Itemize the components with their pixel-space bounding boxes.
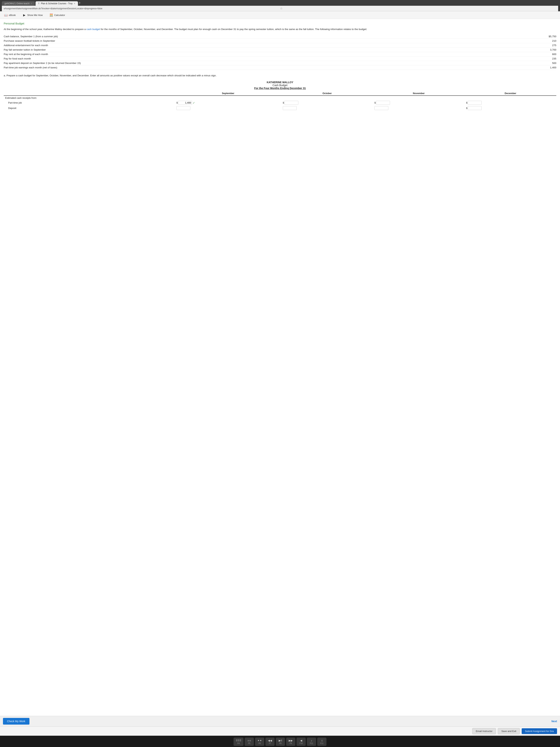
address-bar: eAssignment/takeAssignmentMain.do?invoke…	[2, 6, 558, 11]
dollar-sign-dec: $	[466, 101, 468, 104]
item-value-1: 210	[541, 40, 556, 42]
parttime-nov-cell[interactable]: $	[373, 100, 464, 105]
dollar-sign-oct: $	[283, 101, 284, 104]
f8-label: F8	[279, 742, 282, 744]
dollar-sign-dep-dec: $	[466, 107, 468, 109]
item-label-7: Part-time job earnings each month (net o…	[4, 66, 57, 69]
keyboard-bar: ⠿⠿⠿ F4 ⠶⠶ F5 ✦✦ F6 ◀◀ F7 ▶II F8 ▶▶ F9 ◀ …	[0, 736, 560, 747]
table-row: Deposit	[4, 105, 556, 111]
f9-icon: ▶▶	[289, 739, 293, 742]
f4-label: F4	[237, 742, 240, 744]
show-me-how-button[interactable]: ▶ Show Me How	[21, 12, 44, 18]
parttime-oct-input[interactable]	[285, 101, 298, 105]
key-f6: ✦✦ F6	[255, 738, 264, 746]
f11-label: F11	[310, 742, 313, 744]
parttime-nov-input[interactable]	[376, 101, 390, 105]
dollar-sign-sep: $	[177, 101, 178, 104]
tab-plan-schedule[interactable]: T Plan & Schedule Courses - Troy ✕	[35, 1, 78, 6]
f5-label: F5	[248, 742, 250, 744]
deposit-dec-cell[interactable]: $	[464, 105, 556, 111]
main-content: Personal Budget At the beginning of the …	[0, 19, 560, 716]
submit-assignment-button[interactable]: Submit Assignment for Gra	[522, 728, 557, 734]
report-title: Cash Budget	[4, 84, 556, 87]
item-value-2: 275	[541, 44, 556, 47]
budget-item-row: Purchase season football tickets in Sept…	[4, 39, 556, 43]
save-and-exit-button[interactable]: Save and Exit	[498, 728, 519, 734]
instructions-text: a. Prepare a cash budget for September, …	[4, 74, 556, 78]
ebook-label: eBook	[9, 14, 16, 17]
f8-icon: ▶II	[279, 739, 282, 742]
tab-plan-close[interactable]: ✕	[74, 2, 75, 5]
section-title: Personal Budget	[4, 22, 556, 25]
f6-icon: ✦✦	[258, 739, 262, 742]
item-value-3: 3,700	[541, 48, 556, 51]
budget-item-row: Pay fall semester tuition in September 3…	[4, 48, 556, 52]
new-tab-button[interactable]: +	[79, 1, 81, 6]
f11b-label: F11	[320, 742, 323, 744]
col-header-november: November	[373, 91, 464, 96]
key-f4: ⠿⠿⠿ F4	[234, 738, 243, 746]
col-header-september: September	[175, 91, 281, 96]
budget-item-row: Part-time job earnings each month (net o…	[4, 66, 556, 70]
f11b-icon: ♫	[321, 739, 323, 742]
tab-genow[interactable]: geNOWv2 | Online teachi ✕	[2, 1, 35, 6]
f10-label: F10	[299, 742, 302, 744]
col-header-december: December	[464, 91, 556, 96]
f7-icon: ◀◀	[268, 739, 272, 742]
calculator-label: Calculator	[54, 14, 65, 17]
col-header-october: October	[281, 91, 373, 96]
report-subtitle: For the Four Months Ending December 31	[4, 87, 556, 90]
ebook-icon: 📖	[4, 13, 8, 17]
parttime-dec-input[interactable]	[468, 101, 482, 105]
company-name: KATHERINE MALLOY	[4, 81, 556, 84]
check-my-work-button[interactable]: Check My Work	[3, 718, 29, 725]
deposit-dec-input[interactable]	[468, 106, 482, 110]
show-me-how-label: Show Me How	[27, 14, 43, 17]
address-text: eAssignment/takeAssignmentMain.do?invoke…	[4, 7, 280, 10]
bookmark-icon[interactable]: ☆	[280, 7, 556, 10]
footer-bar: Check My Work Next	[0, 716, 560, 726]
item-value-5: 235	[541, 57, 556, 60]
email-instructor-button[interactable]: Email Instructor	[472, 728, 496, 734]
item-label-3: Pay fall semester tuition in September	[4, 48, 46, 51]
deposit-oct-input[interactable]	[283, 106, 297, 110]
row-label-deposit: Deposit	[4, 105, 175, 111]
item-value-7: 1,400	[541, 66, 556, 69]
item-value-0: $5,750	[541, 35, 556, 38]
col-header-label	[4, 91, 175, 96]
deposit-nov-cell[interactable]	[373, 105, 464, 111]
next-button[interactable]: Next	[552, 720, 557, 723]
deposit-sep-cell[interactable]	[175, 105, 281, 111]
key-f5: ⠶⠶ F5	[245, 738, 254, 746]
item-value-4: 600	[541, 53, 556, 56]
tab-plan-schedule-label: Plan & Schedule Courses - Troy	[41, 2, 73, 5]
deposit-nov-input[interactable]	[374, 106, 388, 110]
item-value-6: 500	[541, 62, 556, 65]
item-label-6: Pay apartment deposit on September 2 (to…	[4, 62, 81, 65]
budget-table: September October November December Esti…	[4, 91, 556, 111]
budget-item-row: Pay apartment deposit on September 2 (to…	[4, 61, 556, 66]
calculator-button[interactable]: 🧮 Calculator	[48, 12, 67, 18]
key-f11: ♪ F11	[307, 738, 316, 746]
deposit-oct-cell[interactable]	[281, 105, 373, 111]
action-bar: Email Instructor Save and Exit Submit As…	[0, 726, 560, 736]
parttime-sep-input[interactable]	[178, 101, 192, 105]
calculator-icon: 🧮	[49, 13, 53, 17]
key-f8: ▶II F8	[276, 738, 285, 746]
budget-item-row: Additional entertainment for each month …	[4, 43, 556, 48]
f9-label: F9	[290, 742, 292, 744]
ebook-button[interactable]: 📖 eBook	[3, 12, 17, 18]
table-row: Estimated cash receipts from:	[4, 96, 556, 100]
deposit-sep-input[interactable]	[177, 106, 190, 110]
section-label-receipts: Estimated cash receipts from:	[4, 96, 175, 100]
item-label-0: Cash balance, September 1 (from a summer…	[4, 35, 58, 38]
key-f9: ▶▶ F9	[286, 738, 295, 746]
browser-chrome: geNOWv2 | Online teachi ✕ T Plan & Sched…	[0, 0, 560, 11]
parttime-dec-cell[interactable]: $	[464, 100, 556, 105]
parttime-oct-cell[interactable]: $	[281, 100, 373, 105]
tab-genow-close[interactable]: ✕	[31, 2, 32, 5]
parttime-sep-cell[interactable]: $ ✓	[175, 100, 281, 105]
f6-label: F6	[259, 742, 261, 744]
item-label-4: Pay rent at the beginning of each month	[4, 53, 48, 56]
budget-item-row: Pay for food each month 235	[4, 56, 556, 61]
